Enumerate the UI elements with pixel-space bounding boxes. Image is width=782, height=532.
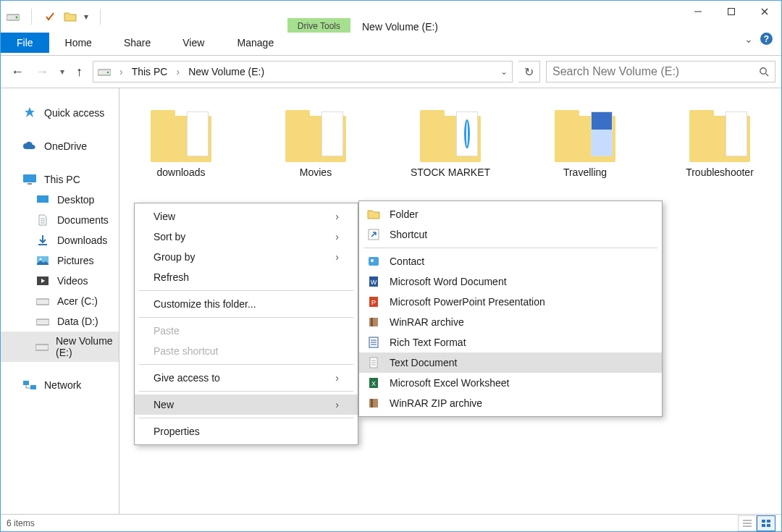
nav-network[interactable]: Network: [1, 375, 119, 395]
nav-up-button[interactable]: ↑: [76, 64, 83, 80]
qat-customize-caret[interactable]: ▾: [84, 12, 88, 22]
new-word-doc[interactable]: W Microsoft Word Document: [359, 271, 662, 292]
nav-forward-button[interactable]: →: [35, 64, 49, 80]
status-bar: 6 items: [1, 514, 781, 531]
context-tab-drive-tools[interactable]: Drive Tools: [287, 18, 350, 33]
window-title: New Volume (E:): [350, 21, 681, 33]
items-view[interactable]: downloads Movies STOCK MARKET: [119, 88, 781, 514]
properties-quick-icon[interactable]: [43, 10, 56, 23]
svg-rect-4: [98, 69, 111, 75]
tab-home[interactable]: Home: [49, 33, 108, 53]
refresh-button[interactable]: ↻: [518, 61, 540, 83]
search-placeholder: Search New Volume (E:): [552, 65, 679, 78]
svg-text:W: W: [371, 279, 377, 286]
cloud-icon: [22, 140, 37, 153]
ctx-new[interactable]: New ›: [135, 394, 358, 415]
ctx-view[interactable]: View ›: [135, 206, 358, 227]
nav-drive-c[interactable]: Acer (C:): [1, 291, 119, 311]
nav-documents[interactable]: Documents: [1, 210, 119, 230]
svg-rect-14: [36, 299, 49, 305]
folder-item[interactable]: STOCK MARKET: [396, 110, 505, 178]
desktop-icon: [35, 193, 50, 206]
ctx-refresh[interactable]: Refresh: [135, 267, 358, 287]
nav-desktop[interactable]: Desktop: [1, 190, 119, 210]
folder-icon: [555, 110, 615, 162]
document-icon: [35, 214, 50, 227]
help-icon[interactable]: ?: [760, 33, 773, 45]
new-text-document[interactable]: Text Document: [359, 352, 662, 373]
nav-videos[interactable]: Videos: [1, 271, 119, 291]
word-icon: W: [366, 274, 381, 289]
maximize-button[interactable]: [715, 1, 748, 22]
folder-item[interactable]: downloads: [127, 110, 235, 178]
new-shortcut[interactable]: Shortcut: [359, 224, 662, 245]
tab-file[interactable]: File: [1, 33, 49, 53]
folder-item[interactable]: Movies: [261, 110, 370, 178]
nav-onedrive[interactable]: OneDrive: [1, 136, 119, 156]
tab-share[interactable]: Share: [108, 33, 167, 53]
svg-rect-18: [30, 385, 36, 389]
nav-downloads[interactable]: Downloads: [1, 230, 119, 250]
breadcrumb-root[interactable]: This PC: [132, 66, 168, 77]
minimize-button[interactable]: [681, 1, 715, 22]
tab-manage[interactable]: Manage: [220, 33, 290, 53]
menu-separator: [139, 290, 353, 291]
new-zip[interactable]: WinRAR ZIP archive: [359, 393, 662, 413]
folder-quick-icon[interactable]: [64, 10, 77, 23]
monitor-icon: [22, 173, 37, 186]
videos-icon: [35, 274, 50, 287]
breadcrumb-current[interactable]: New Volume (E:): [188, 66, 264, 77]
navigation-pane: Quick access OneDrive This PC: [1, 88, 119, 514]
nav-back-button[interactable]: ←: [11, 64, 24, 80]
close-button[interactable]: [748, 1, 781, 22]
new-rtf[interactable]: Rich Text Format: [359, 332, 662, 352]
folder-item[interactable]: Troubleshooter: [665, 110, 774, 178]
submenu-arrow-icon: ›: [335, 372, 339, 384]
drive-icon: [98, 67, 111, 77]
nav-pictures[interactable]: Pictures: [1, 250, 119, 271]
ctx-properties[interactable]: Properties: [135, 421, 358, 442]
submenu-arrow-icon: ›: [335, 231, 339, 242]
svg-rect-20: [369, 257, 379, 266]
breadcrumb-sep: [173, 66, 182, 77]
tab-view[interactable]: View: [167, 33, 220, 53]
svg-point-6: [760, 68, 766, 74]
breadcrumb-sep: [117, 66, 126, 77]
qat-separator-2: [100, 9, 101, 25]
new-excel[interactable]: X Microsoft Excel Worksheet: [359, 373, 662, 393]
ctx-sort-by[interactable]: Sort by ›: [135, 227, 358, 247]
ctx-group-by[interactable]: Group by ›: [135, 247, 358, 267]
nav-drive-e[interactable]: New Volume (E:): [1, 332, 119, 362]
ctx-paste-shortcut: Paste shortcut: [135, 341, 358, 361]
explorer-window: ▾ Drive Tools New Volume (E:) File Home …: [0, 0, 782, 532]
ctx-paste: Paste: [135, 321, 358, 341]
nav-history-caret[interactable]: ▾: [60, 67, 64, 77]
menu-separator: [139, 364, 353, 365]
search-box[interactable]: Search New Volume (E:): [546, 61, 775, 83]
ribbon-collapse-chevron-icon[interactable]: ⌄: [744, 33, 753, 45]
archive-icon: [366, 396, 381, 410]
view-largeicons-button[interactable]: [757, 515, 775, 531]
folder-item[interactable]: Travelling: [531, 110, 639, 178]
menu-separator: [139, 317, 353, 318]
nav-drive-d[interactable]: Data (D:): [1, 311, 119, 332]
new-ppt[interactable]: P Microsoft PowerPoint Presentation: [359, 292, 662, 312]
new-folder[interactable]: Folder: [359, 204, 662, 224]
explorer-body: Quick access OneDrive This PC: [1, 88, 781, 514]
svg-rect-33: [371, 399, 373, 408]
view-details-button[interactable]: [738, 515, 757, 531]
menu-separator: [363, 248, 657, 248]
address-bar[interactable]: This PC New Volume (E:) ⌄: [93, 61, 513, 83]
new-contact[interactable]: Contact: [359, 251, 662, 271]
svg-rect-34: [762, 520, 765, 523]
ctx-customize[interactable]: Customize this folder...: [135, 294, 358, 314]
ctx-give-access[interactable]: Give access to ›: [135, 368, 358, 388]
menu-separator: [139, 418, 353, 418]
address-history-caret[interactable]: ⌄: [500, 67, 508, 77]
svg-rect-37: [767, 524, 770, 527]
nav-this-pc[interactable]: This PC: [1, 169, 119, 190]
title-bar: ▾ Drive Tools New Volume (E:): [1, 1, 781, 33]
new-rar[interactable]: WinRAR archive: [359, 312, 662, 332]
nav-quick-access[interactable]: Quick access: [1, 103, 119, 123]
menu-separator: [139, 391, 353, 392]
